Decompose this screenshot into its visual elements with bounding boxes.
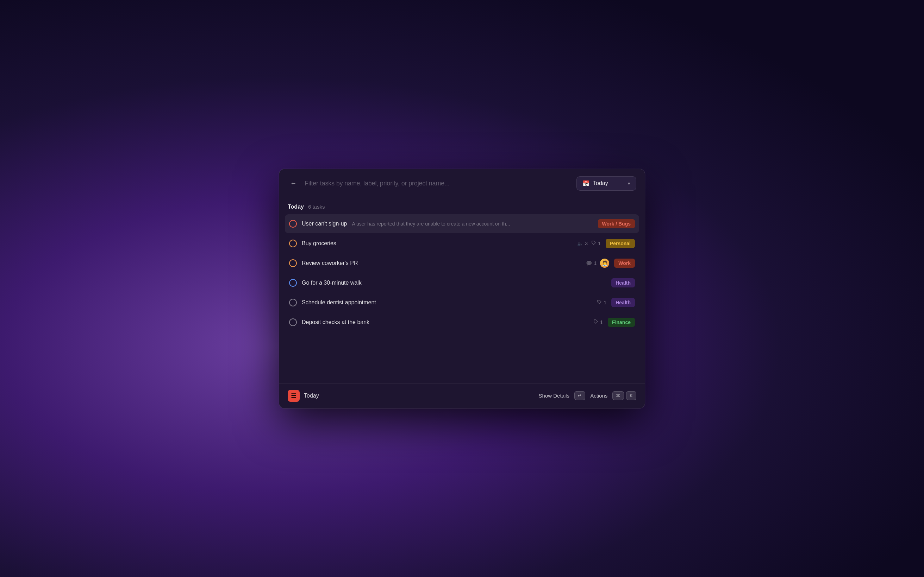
search-input[interactable] [305,180,571,187]
chevron-down-icon: ▾ [628,181,630,186]
task-checkbox[interactable] [289,318,297,326]
svg-point-0 [593,242,593,242]
task-description: A user has reported that they are unable… [352,221,588,227]
app-window: ← 📅 Today ▾ Today 6 tasks User can't sig… [279,169,645,408]
task-checkbox[interactable] [289,220,297,228]
cmd-key-badge: ⌘ [612,391,624,400]
tag-icon [597,300,602,305]
meta-tag: 1 [597,300,606,305]
task-item[interactable]: Schedule dentist appointment1Health [285,293,639,312]
tag-icon [593,319,598,325]
task-checkbox[interactable] [289,240,297,247]
task-title: Schedule dentist appointment [302,300,376,306]
tasks-today-label: Today [288,204,304,210]
avatar: 🧑‍💼 [600,259,609,268]
calendar-icon: 📅 [582,180,590,187]
footer: ☰ Today Show Details ↵ Actions ⌘ K [279,383,645,408]
search-input-wrap[interactable] [305,180,571,187]
k-key-badge: K [626,391,636,400]
task-checkbox[interactable] [289,259,297,267]
date-label: Today [593,180,624,187]
comment-icon: 💬 [586,260,592,266]
task-title: Review coworker's PR [302,260,358,266]
task-item[interactable]: User can't sign-upA user has reported th… [285,214,639,233]
voice-icon: 🔈 [577,241,583,246]
actions-button[interactable]: Actions [590,393,607,399]
task-item[interactable]: Deposit checks at the bank1Finance [285,313,639,332]
task-item[interactable]: Go for a 30-minute walkHealth [285,273,639,292]
logo-icon: ☰ [291,392,297,400]
task-title: Buy groceries [302,240,336,247]
date-selector[interactable]: 📅 Today ▾ [577,176,636,191]
task-item[interactable]: Buy groceries🔈31Personal [285,234,639,253]
task-meta: 1 [593,319,603,325]
footer-title: Today [304,393,539,399]
task-list: User can't sign-upA user has reported th… [279,214,645,383]
enter-key-badge: ↵ [574,391,585,400]
task-item[interactable]: Review coworker's PR💬1🧑‍💼Work [285,254,639,273]
tasks-header: Today 6 tasks [279,198,645,214]
svg-point-1 [598,301,599,301]
task-meta: 💬1🧑‍💼 [586,259,609,268]
task-tag: Health [611,298,635,307]
task-tag: Health [611,278,635,287]
tag-icon [591,240,596,246]
footer-right: Show Details ↵ Actions ⌘ K [539,391,636,400]
app-logo: ☰ [288,390,300,402]
task-meta: 1 [597,300,606,305]
task-tag: Work / Bugs [598,219,635,228]
actions-shortcut: ⌘ K [612,391,636,400]
header: ← 📅 Today ▾ [279,169,645,198]
task-title: Deposit checks at the bank [302,319,369,326]
task-checkbox[interactable] [289,279,297,287]
back-arrow-icon: ← [290,180,297,187]
task-meta: 🔈31 [577,240,601,246]
back-button[interactable]: ← [288,178,299,189]
meta-comment: 💬1 [586,260,596,266]
tasks-count: 6 tasks [308,204,325,210]
task-checkbox[interactable] [289,299,297,306]
task-tag: Finance [608,318,635,327]
task-title: Go for a 30-minute walk [302,280,362,286]
meta-tag: 1 [593,319,603,325]
show-details-button[interactable]: Show Details [539,393,570,399]
svg-point-2 [595,321,596,321]
task-tag: Personal [606,239,635,248]
task-tag: Work [614,259,635,268]
task-title: User can't sign-up [302,221,347,227]
meta-tag: 1 [591,240,601,246]
meta-voice: 🔈3 [577,241,588,246]
